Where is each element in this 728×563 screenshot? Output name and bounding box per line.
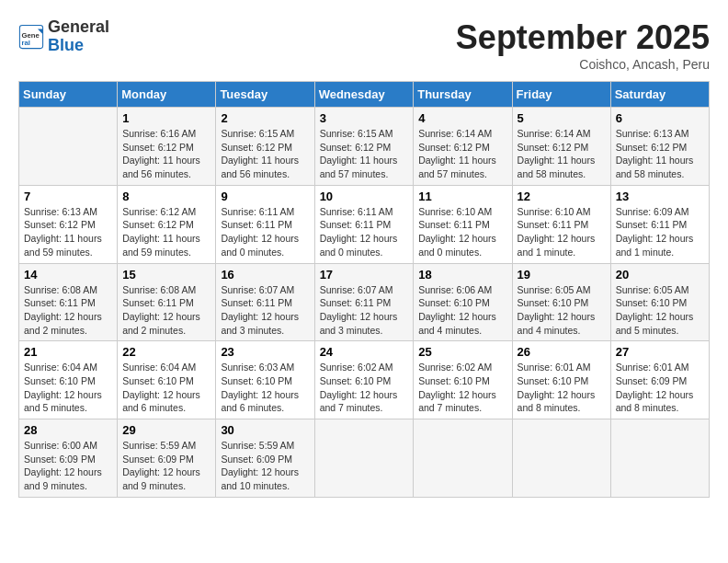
day-info: Sunrise: 6:03 AM Sunset: 6:10 PM Dayligh… — [221, 361, 309, 415]
day-number: 7 — [24, 190, 112, 203]
calendar-table: SundayMondayTuesdayWednesdayThursdayFrid… — [18, 81, 710, 498]
day-info: Sunrise: 6:14 AM Sunset: 6:12 PM Dayligh… — [418, 127, 506, 181]
day-number: 16 — [221, 268, 309, 282]
calendar-cell: 21Sunrise: 6:04 AM Sunset: 6:10 PM Dayli… — [19, 341, 118, 419]
calendar-cell: 26Sunrise: 6:01 AM Sunset: 6:10 PM Dayli… — [512, 341, 610, 419]
day-number: 8 — [122, 190, 210, 203]
day-number: 13 — [616, 190, 704, 203]
day-info: Sunrise: 6:10 AM Sunset: 6:11 PM Dayligh… — [518, 205, 606, 259]
day-info: Sunrise: 6:16 AM Sunset: 6:12 PM Dayligh… — [122, 127, 210, 181]
calendar-cell: 19Sunrise: 6:05 AM Sunset: 6:10 PM Dayli… — [512, 263, 610, 341]
calendar-cell: 29Sunrise: 5:59 AM Sunset: 6:09 PM Dayli… — [118, 419, 216, 498]
day-info: Sunrise: 6:02 AM Sunset: 6:10 PM Dayligh… — [320, 361, 409, 415]
calendar-cell: 7Sunrise: 6:13 AM Sunset: 6:12 PM Daylig… — [19, 185, 118, 263]
calendar-cell: 6Sunrise: 6:13 AM Sunset: 6:12 PM Daylig… — [610, 108, 709, 186]
day-number: 24 — [320, 345, 409, 359]
day-number: 5 — [518, 111, 606, 125]
calendar-cell — [414, 419, 512, 498]
calendar-cell — [610, 419, 709, 498]
calendar-week-row: 1Sunrise: 6:16 AM Sunset: 6:12 PM Daylig… — [19, 108, 710, 186]
calendar-cell: 3Sunrise: 6:15 AM Sunset: 6:12 PM Daylig… — [314, 108, 414, 186]
logo-general-text: General — [48, 17, 109, 36]
column-header-monday: Monday — [118, 82, 216, 108]
column-header-thursday: Thursday — [414, 82, 512, 108]
day-info: Sunrise: 6:00 AM Sunset: 6:09 PM Dayligh… — [24, 439, 112, 493]
column-header-sunday: Sunday — [19, 82, 118, 108]
day-info: Sunrise: 6:04 AM Sunset: 6:10 PM Dayligh… — [122, 361, 210, 415]
calendar-header-row: SundayMondayTuesdayWednesdayThursdayFrid… — [19, 82, 710, 108]
day-number: 22 — [122, 345, 210, 359]
calendar-cell — [512, 419, 610, 498]
day-number: 25 — [418, 345, 506, 359]
day-number: 19 — [518, 268, 606, 282]
calendar-week-row: 14Sunrise: 6:08 AM Sunset: 6:11 PM Dayli… — [19, 263, 710, 341]
day-number: 12 — [518, 190, 606, 203]
day-info: Sunrise: 6:09 AM Sunset: 6:11 PM Dayligh… — [616, 205, 704, 259]
calendar-cell: 20Sunrise: 6:05 AM Sunset: 6:10 PM Dayli… — [610, 263, 709, 341]
day-info: Sunrise: 6:08 AM Sunset: 6:11 PM Dayligh… — [24, 283, 112, 338]
calendar-cell: 12Sunrise: 6:10 AM Sunset: 6:11 PM Dayli… — [512, 185, 610, 263]
day-number: 15 — [122, 268, 210, 282]
day-info: Sunrise: 6:10 AM Sunset: 6:11 PM Dayligh… — [418, 205, 506, 259]
logo: Gene ral General Blue — [18, 18, 109, 55]
page-header: Gene ral General Blue September 2025 Coi… — [18, 18, 710, 72]
location-subtitle: Coishco, Ancash, Peru — [456, 57, 710, 72]
calendar-cell: 25Sunrise: 6:02 AM Sunset: 6:10 PM Dayli… — [414, 341, 512, 419]
day-info: Sunrise: 5:59 AM Sunset: 6:09 PM Dayligh… — [221, 439, 309, 493]
day-number: 10 — [320, 190, 409, 203]
day-number: 20 — [616, 268, 704, 282]
day-number: 11 — [418, 190, 506, 203]
day-info: Sunrise: 6:13 AM Sunset: 6:12 PM Dayligh… — [24, 205, 112, 259]
day-number: 23 — [221, 345, 309, 359]
column-header-wednesday: Wednesday — [314, 82, 414, 108]
calendar-cell: 24Sunrise: 6:02 AM Sunset: 6:10 PM Dayli… — [314, 341, 414, 419]
calendar-cell: 27Sunrise: 6:01 AM Sunset: 6:09 PM Dayli… — [610, 341, 709, 419]
calendar-cell: 1Sunrise: 6:16 AM Sunset: 6:12 PM Daylig… — [118, 108, 216, 186]
calendar-cell: 11Sunrise: 6:10 AM Sunset: 6:11 PM Dayli… — [414, 185, 512, 263]
day-info: Sunrise: 6:11 AM Sunset: 6:11 PM Dayligh… — [221, 205, 309, 259]
calendar-cell: 23Sunrise: 6:03 AM Sunset: 6:10 PM Dayli… — [216, 341, 314, 419]
day-number: 1 — [122, 111, 210, 125]
calendar-cell: 13Sunrise: 6:09 AM Sunset: 6:11 PM Dayli… — [610, 185, 709, 263]
day-number: 17 — [320, 268, 409, 282]
day-info: Sunrise: 6:15 AM Sunset: 6:12 PM Dayligh… — [320, 127, 409, 181]
calendar-cell: 18Sunrise: 6:06 AM Sunset: 6:10 PM Dayli… — [414, 263, 512, 341]
day-number: 3 — [320, 111, 409, 125]
calendar-cell: 22Sunrise: 6:04 AM Sunset: 6:10 PM Dayli… — [118, 341, 216, 419]
calendar-cell: 4Sunrise: 6:14 AM Sunset: 6:12 PM Daylig… — [414, 108, 512, 186]
day-number: 14 — [24, 268, 112, 282]
calendar-cell: 10Sunrise: 6:11 AM Sunset: 6:11 PM Dayli… — [314, 185, 414, 263]
logo-blue-text: Blue — [48, 36, 84, 54]
calendar-cell — [314, 419, 414, 498]
day-number: 26 — [518, 345, 606, 359]
calendar-cell: 30Sunrise: 5:59 AM Sunset: 6:09 PM Dayli… — [216, 419, 314, 498]
day-number: 9 — [221, 190, 309, 203]
calendar-cell: 8Sunrise: 6:12 AM Sunset: 6:12 PM Daylig… — [118, 185, 216, 263]
day-number: 6 — [616, 111, 704, 125]
calendar-cell: 28Sunrise: 6:00 AM Sunset: 6:09 PM Dayli… — [19, 419, 118, 498]
calendar-week-row: 7Sunrise: 6:13 AM Sunset: 6:12 PM Daylig… — [19, 185, 710, 263]
svg-text:ral: ral — [22, 39, 30, 47]
calendar-cell: 14Sunrise: 6:08 AM Sunset: 6:11 PM Dayli… — [19, 263, 118, 341]
day-info: Sunrise: 6:05 AM Sunset: 6:10 PM Dayligh… — [518, 283, 606, 338]
day-info: Sunrise: 6:05 AM Sunset: 6:10 PM Dayligh… — [616, 283, 704, 338]
day-info: Sunrise: 6:06 AM Sunset: 6:10 PM Dayligh… — [418, 283, 506, 338]
column-header-tuesday: Tuesday — [216, 82, 314, 108]
calendar-cell: 5Sunrise: 6:14 AM Sunset: 6:12 PM Daylig… — [512, 108, 610, 186]
day-info: Sunrise: 6:15 AM Sunset: 6:12 PM Dayligh… — [221, 127, 309, 181]
day-number: 29 — [122, 423, 210, 437]
day-info: Sunrise: 5:59 AM Sunset: 6:09 PM Dayligh… — [122, 439, 210, 493]
day-info: Sunrise: 6:13 AM Sunset: 6:12 PM Dayligh… — [616, 127, 704, 181]
day-info: Sunrise: 6:07 AM Sunset: 6:11 PM Dayligh… — [221, 283, 309, 338]
logo-icon: Gene ral — [18, 24, 44, 50]
calendar-week-row: 21Sunrise: 6:04 AM Sunset: 6:10 PM Dayli… — [19, 341, 710, 419]
day-info: Sunrise: 6:08 AM Sunset: 6:11 PM Dayligh… — [122, 283, 210, 338]
month-title: September 2025 — [456, 18, 710, 57]
calendar-cell — [19, 108, 118, 186]
day-info: Sunrise: 6:04 AM Sunset: 6:10 PM Dayligh… — [24, 361, 112, 415]
day-number: 30 — [221, 423, 309, 437]
day-number: 18 — [418, 268, 506, 282]
day-number: 4 — [418, 111, 506, 125]
calendar-cell: 9Sunrise: 6:11 AM Sunset: 6:11 PM Daylig… — [216, 185, 314, 263]
day-number: 2 — [221, 111, 309, 125]
